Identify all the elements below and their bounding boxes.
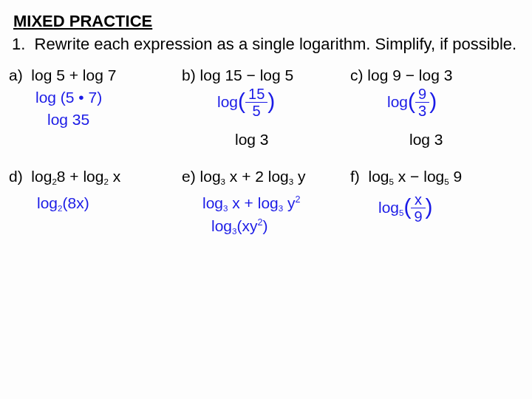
problem-a-step2: log 35 (9, 109, 171, 130)
problem-b-result: log 3 (182, 129, 349, 150)
fraction-numerator: 9 (415, 86, 429, 103)
problem-f: f) log5 x − log5 9 log5(x9) (349, 166, 526, 238)
problem-b-expression: log 15 − log 5 (200, 66, 294, 83)
fraction-numerator: x (411, 192, 425, 208)
fraction-denominator: 3 (415, 103, 429, 118)
right-paren-icon: ) (426, 194, 433, 219)
fraction-denominator: 9 (411, 208, 425, 224)
worksheet-page: MIXED PRACTICE 1. Rewrite each expressio… (0, 0, 532, 245)
page-title: MIXED PRACTICE (13, 12, 523, 31)
problem-row-1: a) log 5 + log 7 log (5 • 7) log 35 b) l… (9, 65, 523, 151)
left-paren-icon: ( (408, 89, 415, 113)
problem-a-label: a) (9, 66, 23, 83)
problem-d: d) log28 + log2 x log2(8x) (9, 166, 171, 238)
problem-d-answer: log2(8x) (9, 193, 171, 215)
problem-b: b) log 15 − log 5 log(155) log 3 (171, 65, 349, 151)
right-paren-icon: ) (429, 89, 437, 113)
problem-a: a) log 5 + log 7 log (5 • 7) log 35 (9, 65, 171, 151)
log-text: log (387, 93, 408, 110)
problem-d-label: d) (9, 168, 23, 185)
problem-e: e) log3 x + 2 log3 y log3 x + log3 y2 lo… (171, 166, 349, 238)
problem-f-expression: log5 x − log5 9 (369, 168, 463, 185)
problem-f-answer: log5(x9) (350, 193, 526, 225)
fraction: 155 (245, 86, 267, 118)
left-paren-icon: ( (238, 89, 245, 113)
problem-e-label: e) (182, 168, 196, 185)
problem-c-expression: log 9 − log 3 (367, 66, 452, 83)
fraction: x9 (411, 192, 425, 224)
problem-a-expression: log 5 + log 7 (31, 66, 116, 83)
problem-b-label: b) (182, 66, 196, 83)
problem-a-step1: log (5 • 7) (9, 87, 171, 108)
fraction-denominator: 5 (245, 103, 267, 118)
problem-c: c) log 9 − log 3 log(93) log 3 (349, 65, 526, 151)
fraction-numerator: 15 (245, 86, 267, 103)
problem-c-step1: log(93) (350, 87, 526, 119)
problem-e-expression: log3 x + 2 log3 y (200, 168, 306, 185)
problem-d-expression: log28 + log2 x (31, 168, 120, 185)
log-text: log (217, 93, 238, 110)
fraction: 93 (415, 86, 429, 118)
problem-row-2: d) log28 + log2 x log2(8x) e) log3 x + 2… (9, 166, 523, 238)
problem-e-step1: log3 x + log3 y2 (182, 193, 349, 215)
instruction-number: 1. (12, 35, 25, 53)
problem-c-result: log 3 (350, 129, 526, 150)
instruction: 1. Rewrite each expression as a single l… (12, 34, 523, 55)
instruction-text: Rewrite each expression as a single loga… (35, 35, 517, 53)
problem-e-answer: log3(xy2) (182, 216, 349, 238)
left-paren-icon: ( (403, 194, 411, 219)
right-paren-icon: ) (267, 89, 275, 113)
problem-f-label: f) (350, 168, 360, 185)
problem-c-label: c) (350, 66, 364, 83)
problem-b-step1: log(155) (182, 87, 349, 119)
